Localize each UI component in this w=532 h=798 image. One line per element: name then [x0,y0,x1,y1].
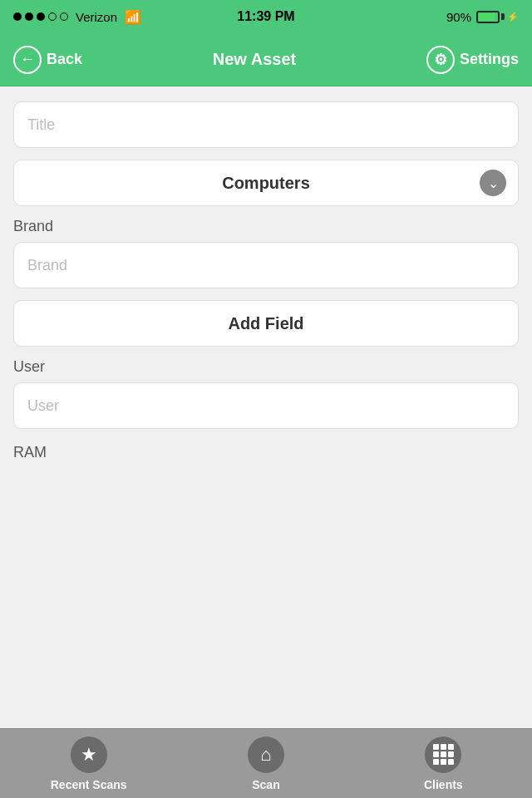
gear-icon: ⚙ [426,46,455,74]
ram-section-label: RAM [13,444,519,461]
brand-section-label: Brand [13,218,519,235]
status-bar: Verizon 📶 11:39 PM 90% ⚡ [0,0,532,33]
dot-2 [25,12,33,21]
category-label: Computers [222,174,310,193]
grid-icon [425,736,461,773]
settings-button[interactable]: ⚙ Settings [426,46,519,74]
user-input[interactable] [13,382,519,429]
add-field-button[interactable]: Add Field [13,300,519,347]
add-field-label: Add Field [228,314,303,333]
signal-dots [13,12,68,21]
page-title: New Asset [213,50,296,69]
category-dropdown[interactable]: Computers ⌄ [13,160,519,206]
status-left: Verizon 📶 [13,9,141,25]
chevron-down-icon: ⌄ [480,170,506,196]
dot-3 [37,12,45,21]
status-time: 11:39 PM [237,9,294,24]
tab-scan[interactable]: ⌂ Scan [177,736,354,791]
battery-fill [479,13,495,21]
home-icon: ⌂ [248,736,284,773]
back-button[interactable]: ← Back [13,46,82,74]
back-label: Back [47,51,82,68]
dot-5 [60,12,68,21]
brand-input[interactable] [13,242,519,288]
star-icon: ★ [71,736,107,773]
tab-bar: ★ Recent Scans ⌂ Scan Clients [0,728,532,798]
battery-tip [501,13,505,20]
nav-bar: ← Back New Asset ⚙ Settings [0,33,532,86]
tab-clients[interactable]: Clients [355,736,532,791]
status-right: 90% ⚡ [446,10,519,24]
battery-percent: 90% [446,10,471,24]
back-icon: ← [13,46,42,74]
user-section-label: User [13,358,519,376]
dot-1 [13,12,22,21]
carrier-label: Verizon [76,10,117,24]
settings-label: Settings [460,51,519,68]
tab-scan-label: Scan [252,778,279,791]
battery-body [476,11,500,23]
tab-recent-scans-label: Recent Scans [51,778,127,791]
dot-4 [48,12,57,21]
charging-bolt: ⚡ [507,12,519,22]
wifi-icon: 📶 [125,9,141,25]
grid-cells [433,744,454,765]
tab-clients-label: Clients [424,778,463,791]
battery-icon: ⚡ [476,11,519,23]
tab-recent-scans[interactable]: ★ Recent Scans [0,736,177,791]
title-input[interactable] [13,101,519,148]
form-content: Computers ⌄ Brand Add Field User RAM [0,86,532,728]
